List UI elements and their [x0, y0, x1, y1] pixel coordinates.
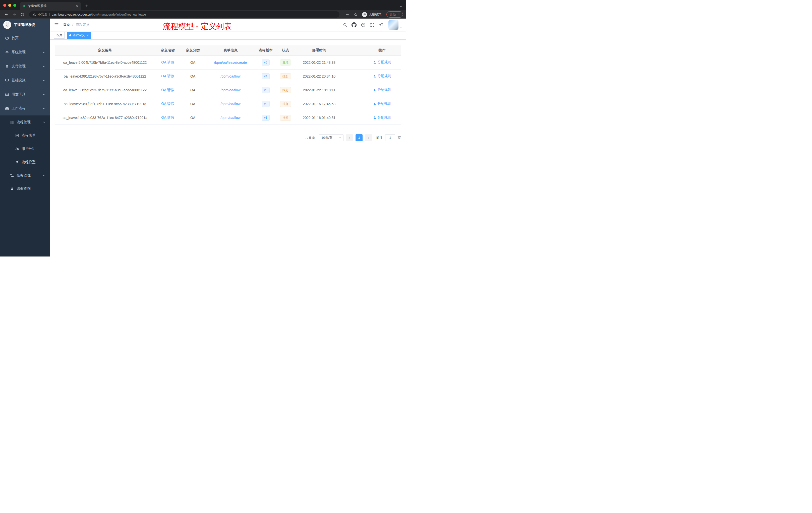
user-menu[interactable] — [388, 20, 402, 30]
sidebar-item-home[interactable]: 首页 — [0, 31, 50, 45]
page-number-button[interactable]: 1 — [355, 134, 362, 141]
password-key-icon[interactable] — [345, 11, 351, 18]
tree-table-icon — [10, 174, 14, 177]
tags-view: 首页 流程定义 × — [50, 31, 406, 40]
new-tab-button[interactable] — [83, 2, 90, 9]
assign-rule-link[interactable]: 分配规则 — [373, 101, 391, 106]
close-window-button[interactable] — [3, 4, 6, 7]
tag-label: 流程定义 — [73, 33, 85, 37]
filler-cell — [343, 83, 363, 97]
assign-rule-link[interactable]: 分配规则 — [373, 74, 391, 78]
address-bar[interactable]: 不安全 dashboard.yudao.iocoder.cn/bpm/manag… — [29, 11, 340, 18]
definition-id: oa_leave:3:1fad3d93-7b75-11ec-a3c8-acde4… — [55, 83, 155, 97]
sidebar-item-label: 研发工具 — [11, 92, 26, 97]
sidebar-item-leave-query[interactable]: 请假查询 — [0, 182, 50, 195]
search-icon[interactable] — [342, 22, 348, 28]
bookmark-star-icon[interactable] — [352, 11, 359, 18]
app-logo: 芋道管理系统 — [0, 19, 50, 31]
chevron-up-icon — [42, 121, 45, 123]
sidebar-item-payment[interactable]: 支付管理 — [0, 59, 50, 73]
user-icon — [10, 187, 14, 191]
filler-cell — [343, 97, 363, 111]
chevron-up-icon — [42, 107, 45, 110]
fullscreen-icon[interactable] — [369, 22, 375, 28]
version-badge: v4 — [262, 73, 270, 79]
sidebar-item-task-management[interactable]: 任务管理 — [0, 169, 50, 182]
chevron-down-icon — [42, 93, 45, 96]
user-icon — [373, 102, 376, 105]
table-header-row: 定义编号 定义名称 定义分类 表单信息 流程版本 状态 部署时间 操作 — [55, 46, 401, 56]
sidebar-item-process-management[interactable]: 流程管理 — [0, 116, 50, 129]
page-size-value: 10条/页 — [321, 135, 332, 140]
zoom-window-button[interactable] — [13, 4, 16, 7]
next-page-button[interactable] — [365, 134, 372, 141]
tag-process-definition[interactable]: 流程定义 × — [67, 32, 91, 39]
page-size-select[interactable]: 10条/页 — [319, 134, 344, 141]
deploy-time: 2022-01-16 01:40:51 — [295, 111, 343, 124]
update-label: 更新 — [389, 12, 396, 17]
breadcrumb: 首页 / 流程定义 — [63, 23, 90, 27]
tag-home[interactable]: 首页 — [54, 32, 64, 39]
warning-triangle-icon — [32, 13, 36, 16]
column-header-deploy-time: 部署时间 — [295, 46, 343, 56]
incognito-badge[interactable]: 无痕模式 — [362, 12, 381, 17]
reload-button[interactable] — [19, 11, 26, 18]
forward-button[interactable] — [11, 11, 18, 18]
breadcrumb-current: 流程定义 — [76, 23, 90, 27]
user-icon — [373, 61, 376, 64]
hamburger-icon[interactable] — [54, 22, 59, 27]
page-goto-input[interactable] — [385, 134, 395, 141]
assign-rule-link[interactable]: 分配规则 — [373, 88, 391, 92]
table-row: oa_leave:2:3c1f0ef1-76b1-11ec-9c66-a2380… — [55, 97, 401, 111]
column-header-form: 表单信息 — [205, 46, 256, 56]
pagination: 共 5 条 10条/页 1 前往 页 — [55, 134, 401, 141]
incognito-label: 无痕模式 — [369, 12, 381, 17]
sidebar-item-dev-tools[interactable]: 研发工具 — [0, 87, 50, 101]
definition-name-link[interactable]: OA 请假 — [161, 102, 174, 105]
form-info-link[interactable]: /bpm/oa/flow — [221, 74, 240, 78]
assign-rule-label: 分配规则 — [377, 60, 391, 64]
definition-category: OA — [180, 97, 205, 111]
column-header-actions: 操作 — [363, 46, 401, 56]
avatar[interactable] — [388, 20, 399, 30]
column-header-id: 定义编号 — [55, 46, 155, 56]
breadcrumb-home[interactable]: 首页 — [63, 23, 70, 27]
assign-rule-link[interactable]: 分配规则 — [373, 115, 391, 120]
sidebar-item-workflow[interactable]: 工作流程 — [0, 101, 50, 116]
tag-close-icon[interactable]: × — [87, 34, 89, 37]
sidebar-item-process-form[interactable]: 流程表单 — [0, 129, 50, 142]
sidebar-item-infrastructure[interactable]: 基础设施 — [0, 73, 50, 87]
github-icon[interactable] — [351, 22, 357, 28]
tab-search-caret-icon[interactable] — [400, 5, 403, 8]
question-icon[interactable] — [360, 22, 366, 28]
deploy-time: 2022-01-22 20:34:10 — [295, 69, 343, 83]
screen: 芋道管理系统 不安全 dashboard.yudao.ioc — [0, 0, 406, 256]
user-icon — [373, 116, 376, 119]
assign-rule-link[interactable]: 分配规则 — [373, 60, 391, 64]
assign-rule-label: 分配规则 — [377, 101, 391, 106]
minimize-window-button[interactable] — [8, 4, 11, 7]
prev-page-button[interactable] — [346, 134, 353, 141]
sidebar-item-system[interactable]: 系统管理 — [0, 45, 50, 59]
definition-name-link[interactable]: OA 请假 — [161, 88, 174, 92]
column-header-version: 流程版本 — [256, 46, 276, 56]
definition-name-link[interactable]: OA 请假 — [161, 60, 174, 64]
navbar: 首页 / 流程定义 — [50, 19, 406, 31]
back-button[interactable] — [3, 11, 9, 18]
definition-name-link[interactable]: OA 请假 — [161, 74, 174, 78]
form-info-link[interactable]: /bpm/oa/flow — [221, 116, 240, 120]
update-button[interactable]: 更新 — [386, 11, 403, 18]
sidebar-item-user-group[interactable]: 用户分组 — [0, 142, 50, 155]
form-info-link[interactable]: /bpm/oa/leave/create — [214, 60, 247, 64]
browser-tab[interactable]: 芋道管理系统 — [20, 2, 81, 10]
font-size-icon[interactable] — [378, 22, 384, 28]
security-label: 不安全 — [38, 12, 48, 17]
table-row: oa_leave:1:482ec033-762a-11ec-8477-a2380… — [55, 111, 401, 124]
form-info-link[interactable]: /bpm/oa/flow — [221, 88, 240, 92]
tab-close-icon[interactable] — [76, 5, 79, 7]
definition-name-link[interactable]: OA 请假 — [161, 116, 174, 119]
sidebar-item-process-model[interactable]: 流程模型 — [0, 155, 50, 169]
form-info-link[interactable]: /bpm/oa/flow — [221, 102, 240, 106]
chevron-down-icon — [42, 51, 45, 54]
assign-rule-label: 分配规则 — [377, 115, 391, 120]
